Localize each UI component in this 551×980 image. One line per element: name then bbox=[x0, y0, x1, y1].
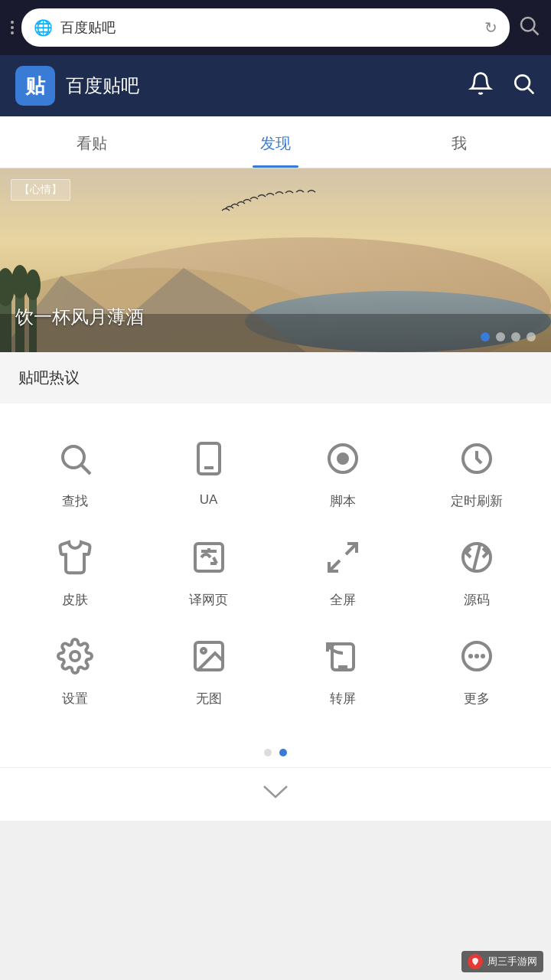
rotate-menu-icon bbox=[318, 632, 367, 681]
svg-point-21 bbox=[338, 454, 347, 463]
watermark-text: 周三手游网 bbox=[487, 955, 537, 969]
banner-indicators bbox=[481, 332, 536, 341]
svg-line-1 bbox=[533, 29, 539, 34]
watermark-logo-icon bbox=[468, 954, 483, 969]
menu-item-fullscreen[interactable]: 全屏 bbox=[276, 533, 409, 609]
svg-line-27 bbox=[329, 560, 340, 571]
menu-label-translate: 译网页 bbox=[189, 591, 228, 609]
menu-label-more: 更多 bbox=[464, 690, 490, 707]
timer-menu-icon bbox=[452, 434, 501, 483]
translate-menu-icon bbox=[184, 533, 233, 582]
menu-item-script[interactable]: 脚本 bbox=[276, 434, 409, 510]
settings-menu-icon bbox=[51, 632, 99, 681]
menu-label-rotate: 转屏 bbox=[330, 690, 356, 707]
svg-point-37 bbox=[474, 654, 479, 658]
notification-icon[interactable] bbox=[468, 71, 493, 101]
menu-label-skin: 皮肤 bbox=[62, 591, 88, 609]
hot-section-title: 贴吧热议 bbox=[18, 369, 80, 386]
svg-point-0 bbox=[521, 18, 535, 31]
skin-menu-icon bbox=[51, 533, 99, 582]
app-title: 百度贴吧 bbox=[66, 74, 468, 98]
menu-label-ua: UA bbox=[200, 492, 218, 508]
tab-faxian[interactable]: 发现 bbox=[184, 116, 367, 168]
url-text: 百度贴吧 bbox=[60, 18, 477, 37]
menu-item-translate[interactable]: 译网页 bbox=[142, 533, 276, 609]
page-indicators bbox=[0, 738, 551, 767]
menu-item-skin[interactable]: 皮肤 bbox=[8, 533, 142, 609]
svg-point-16 bbox=[63, 446, 84, 468]
menu-item-source[interactable]: 源码 bbox=[409, 533, 543, 609]
app-logo: 贴 bbox=[15, 66, 55, 106]
browser-bar: 🌐 百度贴吧 ↻ bbox=[0, 0, 551, 55]
menu-label-fullscreen: 全屏 bbox=[330, 591, 356, 609]
menu-item-rotate[interactable]: 转屏 bbox=[276, 632, 409, 707]
banner-dot-1[interactable] bbox=[481, 332, 490, 341]
tab-kanpie[interactable]: 看贴 bbox=[0, 116, 184, 168]
header-search-icon[interactable] bbox=[511, 71, 536, 101]
menu-item-noimage[interactable]: 无图 bbox=[142, 632, 276, 707]
menu-grid: 查找 UA 脚本 bbox=[0, 419, 551, 723]
banner-dot-2[interactable] bbox=[496, 332, 505, 341]
banner: 【心情】 饮一杯风月薄酒 bbox=[0, 168, 551, 352]
menu-item-settings[interactable]: 设置 bbox=[8, 632, 142, 707]
menu-item-more[interactable]: 更多 bbox=[409, 632, 543, 707]
menu-item-ua[interactable]: UA bbox=[142, 434, 276, 510]
svg-point-32 bbox=[201, 648, 206, 653]
globe-icon: 🌐 bbox=[34, 18, 53, 37]
menu-label-settings: 设置 bbox=[62, 690, 88, 707]
hot-section-header: 贴吧热议 bbox=[0, 352, 551, 403]
menu-item-timer[interactable]: 定时刷新 bbox=[409, 434, 543, 510]
source-menu-icon bbox=[452, 533, 501, 582]
fullscreen-menu-icon bbox=[318, 533, 367, 582]
url-bar[interactable]: 🌐 百度贴吧 ↻ bbox=[21, 8, 510, 47]
browser-search-icon[interactable] bbox=[517, 14, 540, 42]
header-icons bbox=[468, 71, 536, 101]
banner-dot-3[interactable] bbox=[511, 332, 520, 341]
tab-wo[interactable]: 我 bbox=[367, 116, 551, 168]
menu-label-timer: 定时刷新 bbox=[451, 492, 503, 510]
svg-line-17 bbox=[82, 466, 90, 474]
reload-icon[interactable]: ↻ bbox=[484, 18, 497, 37]
menu-label-script: 脚本 bbox=[330, 492, 356, 510]
svg-line-26 bbox=[346, 544, 357, 554]
svg-point-36 bbox=[468, 654, 473, 658]
nav-tabs: 看贴 发现 我 bbox=[0, 116, 551, 168]
svg-point-38 bbox=[481, 654, 485, 658]
menu-item-search[interactable]: 查找 bbox=[8, 434, 142, 510]
svg-point-2 bbox=[515, 75, 530, 90]
script-menu-icon bbox=[318, 434, 367, 483]
svg-line-29 bbox=[474, 545, 480, 570]
browser-menu-icon[interactable] bbox=[11, 21, 14, 34]
ua-menu-icon bbox=[184, 434, 233, 483]
watermark: 周三手游网 bbox=[461, 951, 543, 972]
search-menu-icon bbox=[51, 434, 99, 483]
more-menu-icon bbox=[452, 632, 501, 681]
bottom-bar bbox=[0, 767, 551, 821]
svg-point-14 bbox=[25, 270, 41, 300]
chevron-down-icon[interactable] bbox=[260, 780, 291, 808]
banner-caption: 饮一杯风月薄酒 bbox=[15, 305, 144, 329]
page-dot-2[interactable] bbox=[279, 749, 287, 756]
menu-label-search: 查找 bbox=[62, 492, 88, 510]
noimage-menu-icon bbox=[184, 632, 233, 681]
banner-dot-4[interactable] bbox=[527, 332, 536, 341]
svg-line-3 bbox=[528, 88, 533, 93]
page-dot-1[interactable] bbox=[264, 749, 272, 756]
menu-label-noimage: 无图 bbox=[196, 690, 222, 707]
menu-page: 查找 UA 脚本 bbox=[0, 403, 551, 738]
app-header: 贴 百度贴吧 bbox=[0, 55, 551, 116]
svg-point-30 bbox=[70, 652, 80, 661]
menu-label-source: 源码 bbox=[464, 591, 490, 609]
banner-category-label: 【心情】 bbox=[11, 179, 70, 201]
